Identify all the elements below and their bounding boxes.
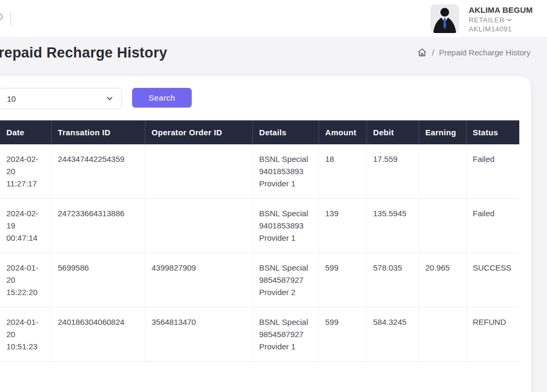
table-row: 2024-02-20 11:27:17 244347442254359 BSNL… xyxy=(0,144,519,199)
cell-operator-order-id: 4399827909 xyxy=(145,253,252,307)
cell-details: BSNL Special 9401853893 Provider 1 xyxy=(252,199,319,253)
cell-amount: 18 xyxy=(319,144,366,199)
cell-operator-order-id: 3564813470 xyxy=(145,307,252,362)
cell-amount: 599 xyxy=(319,307,366,362)
cell-earning xyxy=(419,199,466,253)
page-title: Prepaid Recharge History xyxy=(0,45,167,61)
cropped-icon-fragment xyxy=(0,13,3,20)
cell-earning xyxy=(419,144,466,199)
topbar: AKLIMA BEGUM RETAILER AKLIM14091 xyxy=(0,0,547,38)
user-role-label: RETAILER xyxy=(469,16,504,24)
column-header-status: Status xyxy=(466,120,519,144)
cell-transaction-id: 244347442254359 xyxy=(51,144,145,199)
cell-date: 2024-02-19 00:47:14 xyxy=(0,199,51,253)
table-row: 2024-01-20 10:51:23 240186304060824 3564… xyxy=(0,307,519,362)
cell-debit: 578.035 xyxy=(366,253,419,307)
cell-earning: 20.965 xyxy=(419,253,466,307)
column-header-earning: Earning xyxy=(419,120,466,144)
recharge-history-table: Date Transation ID Operator Order ID Det… xyxy=(0,120,519,362)
cell-date: 2024-01-20 15:22:20 xyxy=(0,253,51,307)
cell-status: Failed xyxy=(466,144,519,199)
cell-transaction-id: 247233664313886 xyxy=(51,199,145,253)
cell-status: REFUND xyxy=(466,307,519,362)
column-header-operator-order-id: Operator Order ID xyxy=(145,120,252,144)
table-header-row: Date Transation ID Operator Order ID Det… xyxy=(0,120,519,144)
topbar-divider xyxy=(10,12,11,26)
cell-details: BSNL Special 9401853893 Provider 1 xyxy=(252,144,319,199)
column-header-transaction-id: Transation ID xyxy=(51,120,145,144)
cell-transaction-id: 240186304060824 xyxy=(51,307,145,362)
avatar[interactable] xyxy=(430,4,459,33)
search-button[interactable]: Search xyxy=(132,88,192,108)
breadcrumb: / Prepaid Recharge History xyxy=(417,47,530,58)
page-size-value: 10 xyxy=(7,94,16,103)
cell-status: SUCCESS xyxy=(466,253,519,307)
cell-status: Failed xyxy=(466,199,519,253)
column-header-date: Date xyxy=(0,120,51,144)
user-role-dropdown[interactable]: RETAILER xyxy=(469,16,533,24)
table-row: 2024-02-19 00:47:14 247233664313886 BSNL… xyxy=(0,199,519,253)
cell-details: BSNL Special 9854587927 Provider 2 xyxy=(252,253,319,307)
user-menu[interactable]: AKLIMA BEGUM RETAILER AKLIM14091 xyxy=(430,4,533,33)
cell-debit: 135.5945 xyxy=(366,199,419,253)
cell-amount: 139 xyxy=(319,199,366,253)
cell-date: 2024-01-20 10:51:23 xyxy=(0,307,51,362)
cell-earning xyxy=(419,307,466,362)
breadcrumb-separator: / xyxy=(432,48,434,57)
avatar-silhouette-icon xyxy=(430,4,459,33)
breadcrumb-current: Prepaid Recharge History xyxy=(439,48,530,57)
cell-debit: 584.3245 xyxy=(366,307,419,362)
column-header-debit: Debit xyxy=(366,120,419,144)
cell-operator-order-id xyxy=(145,199,252,253)
cell-debit: 17.559 xyxy=(366,144,419,199)
column-header-amount: Amount xyxy=(319,120,366,144)
cell-operator-order-id xyxy=(145,144,252,199)
user-name: AKLIMA BEGUM xyxy=(469,5,533,14)
cell-details: BSNL Special 9854587927 Provider 1 xyxy=(252,307,319,362)
page-size-select[interactable]: 10 xyxy=(0,88,122,109)
cell-transaction-id: 5699586 xyxy=(51,253,145,307)
column-header-details: Details xyxy=(252,120,319,144)
chevron-down-icon xyxy=(105,94,114,103)
table-row: 2024-01-20 15:22:20 5699586 4399827909 B… xyxy=(0,253,519,307)
home-icon[interactable] xyxy=(417,47,427,58)
user-id: AKLIM14091 xyxy=(469,25,533,33)
cell-amount: 599 xyxy=(319,253,366,307)
chevron-down-icon xyxy=(507,17,512,23)
cell-date: 2024-02-20 11:27:17 xyxy=(0,144,51,199)
